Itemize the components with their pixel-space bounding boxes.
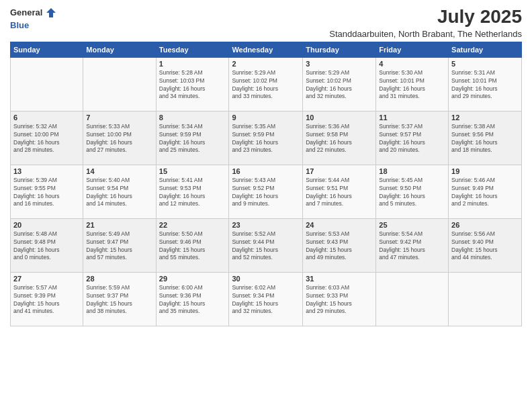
day-number: 19 — [451, 167, 519, 175]
calendar-cell: 5Sunrise: 5:31 AMSunset: 10:01 PMDayligh… — [449, 57, 522, 111]
day-info: Sunrise: 5:59 AMSunset: 9:37 PMDaylight:… — [86, 284, 152, 316]
weekday-header-tuesday: Tuesday — [156, 42, 229, 57]
logo-general: General — [10, 7, 42, 18]
weekday-header-friday: Friday — [376, 42, 449, 57]
calendar-cell: 11Sunrise: 5:37 AMSunset: 9:57 PMDayligh… — [376, 111, 449, 165]
calendar-cell: 10Sunrise: 5:36 AMSunset: 9:58 PMDayligh… — [303, 111, 376, 165]
day-number: 2 — [232, 60, 300, 68]
day-info: Sunrise: 5:29 AMSunset: 10:02 PMDaylight… — [306, 69, 373, 101]
logo-blue: Blue — [10, 20, 29, 30]
calendar-cell: 12Sunrise: 5:38 AMSunset: 9:56 PMDayligh… — [449, 111, 522, 165]
svg-marker-0 — [46, 8, 56, 17]
calendar-cell: 1Sunrise: 5:28 AMSunset: 10:03 PMDayligh… — [156, 57, 229, 111]
weekday-header-wednesday: Wednesday — [229, 42, 303, 57]
day-number: 31 — [306, 275, 373, 283]
calendar-week-1: 1Sunrise: 5:28 AMSunset: 10:03 PMDayligh… — [11, 57, 522, 111]
day-number: 5 — [451, 60, 519, 68]
calendar-cell — [83, 57, 156, 111]
calendar-cell: 2Sunrise: 5:29 AMSunset: 10:02 PMDayligh… — [229, 57, 303, 111]
day-number: 22 — [159, 221, 226, 229]
location: Standdaarbuiten, North Brabant, The Neth… — [329, 29, 522, 39]
day-number: 14 — [86, 167, 152, 175]
calendar-cell: 18Sunrise: 5:45 AMSunset: 9:50 PMDayligh… — [376, 165, 449, 218]
calendar-cell: 6Sunrise: 5:32 AMSunset: 10:00 PMDayligh… — [11, 111, 83, 165]
day-info: Sunrise: 5:49 AMSunset: 9:47 PMDaylight:… — [86, 230, 152, 263]
day-info: Sunrise: 5:48 AMSunset: 9:48 PMDaylight:… — [13, 230, 80, 263]
day-number: 18 — [379, 167, 445, 175]
day-info: Sunrise: 5:32 AMSunset: 10:00 PMDaylight… — [13, 123, 80, 155]
calendar-cell: 23Sunrise: 5:52 AMSunset: 9:44 PMDayligh… — [229, 218, 303, 272]
day-number: 17 — [306, 167, 373, 175]
day-info: Sunrise: 5:29 AMSunset: 10:02 PMDaylight… — [232, 69, 300, 101]
day-info: Sunrise: 5:57 AMSunset: 9:39 PMDaylight:… — [13, 284, 80, 316]
day-number: 24 — [306, 221, 373, 229]
day-info: Sunrise: 5:35 AMSunset: 9:59 PMDaylight:… — [232, 123, 300, 155]
day-info: Sunrise: 5:37 AMSunset: 9:57 PMDaylight:… — [379, 123, 445, 155]
calendar-cell: 3Sunrise: 5:29 AMSunset: 10:02 PMDayligh… — [303, 57, 376, 111]
day-number: 7 — [86, 113, 152, 122]
day-info: Sunrise: 5:56 AMSunset: 9:40 PMDaylight:… — [451, 230, 519, 263]
weekday-header-saturday: Saturday — [449, 42, 522, 57]
calendar-cell: 8Sunrise: 5:34 AMSunset: 9:59 PMDaylight… — [156, 111, 229, 165]
calendar-week-2: 6Sunrise: 5:32 AMSunset: 10:00 PMDayligh… — [11, 111, 522, 165]
day-info: Sunrise: 5:31 AMSunset: 10:01 PMDaylight… — [451, 69, 519, 101]
day-number: 12 — [451, 113, 519, 122]
calendar-cell: 29Sunrise: 6:00 AMSunset: 9:36 PMDayligh… — [156, 272, 229, 326]
calendar-week-3: 13Sunrise: 5:39 AMSunset: 9:55 PMDayligh… — [11, 165, 522, 218]
calendar-cell — [11, 57, 83, 111]
day-info: Sunrise: 6:00 AMSunset: 9:36 PMDaylight:… — [159, 284, 226, 316]
day-number: 10 — [306, 113, 373, 122]
weekday-header-monday: Monday — [83, 42, 156, 57]
day-number: 8 — [159, 113, 226, 122]
calendar-cell: 9Sunrise: 5:35 AMSunset: 9:59 PMDaylight… — [229, 111, 303, 165]
day-info: Sunrise: 5:30 AMSunset: 10:01 PMDaylight… — [379, 69, 445, 101]
day-info: Sunrise: 5:46 AMSunset: 9:49 PMDaylight:… — [451, 177, 519, 209]
calendar-table: SundayMondayTuesdayWednesdayThursdayFrid… — [10, 42, 522, 326]
day-number: 9 — [232, 113, 300, 122]
day-number: 21 — [86, 221, 152, 229]
day-info: Sunrise: 5:40 AMSunset: 9:54 PMDaylight:… — [86, 177, 152, 209]
day-info: Sunrise: 5:28 AMSunset: 10:03 PMDaylight… — [159, 69, 226, 101]
calendar-cell: 28Sunrise: 5:59 AMSunset: 9:37 PMDayligh… — [83, 272, 156, 326]
calendar-cell: 26Sunrise: 5:56 AMSunset: 9:40 PMDayligh… — [449, 218, 522, 272]
weekday-header-row: SundayMondayTuesdayWednesdayThursdayFrid… — [11, 42, 522, 57]
calendar-cell: 17Sunrise: 5:44 AMSunset: 9:51 PMDayligh… — [303, 165, 376, 218]
calendar-cell: 22Sunrise: 5:50 AMSunset: 9:46 PMDayligh… — [156, 218, 229, 272]
day-info: Sunrise: 5:33 AMSunset: 10:00 PMDaylight… — [86, 123, 152, 155]
day-number: 25 — [379, 221, 445, 229]
calendar-week-5: 27Sunrise: 5:57 AMSunset: 9:39 PMDayligh… — [11, 272, 522, 326]
day-number: 27 — [13, 275, 80, 283]
day-info: Sunrise: 5:44 AMSunset: 9:51 PMDaylight:… — [306, 177, 373, 209]
header: General Blue July 2025 Standdaarbuiten, … — [10, 7, 522, 39]
day-number: 26 — [451, 221, 519, 229]
calendar-cell: 30Sunrise: 6:02 AMSunset: 9:34 PMDayligh… — [229, 272, 303, 326]
day-info: Sunrise: 5:52 AMSunset: 9:44 PMDaylight:… — [232, 230, 300, 263]
day-number: 20 — [13, 221, 80, 229]
day-info: Sunrise: 5:54 AMSunset: 9:42 PMDaylight:… — [379, 230, 445, 263]
day-info: Sunrise: 5:53 AMSunset: 9:43 PMDaylight:… — [306, 230, 373, 263]
day-number: 6 — [13, 113, 80, 122]
calendar-week-4: 20Sunrise: 5:48 AMSunset: 9:48 PMDayligh… — [11, 218, 522, 272]
day-info: Sunrise: 5:38 AMSunset: 9:56 PMDaylight:… — [451, 123, 519, 155]
logo: General Blue — [10, 7, 57, 31]
month-year: July 2025 — [329, 7, 522, 28]
day-number: 15 — [159, 167, 226, 175]
calendar-cell: 13Sunrise: 5:39 AMSunset: 9:55 PMDayligh… — [11, 165, 83, 218]
day-number: 3 — [306, 60, 373, 68]
day-number: 11 — [379, 113, 445, 122]
day-info: Sunrise: 5:45 AMSunset: 9:50 PMDaylight:… — [379, 177, 445, 209]
day-number: 1 — [159, 60, 226, 68]
calendar-cell: 16Sunrise: 5:43 AMSunset: 9:52 PMDayligh… — [229, 165, 303, 218]
calendar-cell: 21Sunrise: 5:49 AMSunset: 9:47 PMDayligh… — [83, 218, 156, 272]
calendar-cell: 27Sunrise: 5:57 AMSunset: 9:39 PMDayligh… — [11, 272, 83, 326]
calendar-cell: 19Sunrise: 5:46 AMSunset: 9:49 PMDayligh… — [449, 165, 522, 218]
logo-icon — [45, 7, 57, 19]
weekday-header-sunday: Sunday — [11, 42, 83, 57]
day-info: Sunrise: 5:41 AMSunset: 9:53 PMDaylight:… — [159, 177, 226, 209]
day-info: Sunrise: 5:34 AMSunset: 9:59 PMDaylight:… — [159, 123, 226, 155]
day-number: 29 — [159, 275, 226, 283]
day-number: 23 — [232, 221, 300, 229]
day-info: Sunrise: 5:39 AMSunset: 9:55 PMDaylight:… — [13, 177, 80, 209]
day-number: 13 — [13, 167, 80, 175]
calendar-cell: 7Sunrise: 5:33 AMSunset: 10:00 PMDayligh… — [83, 111, 156, 165]
